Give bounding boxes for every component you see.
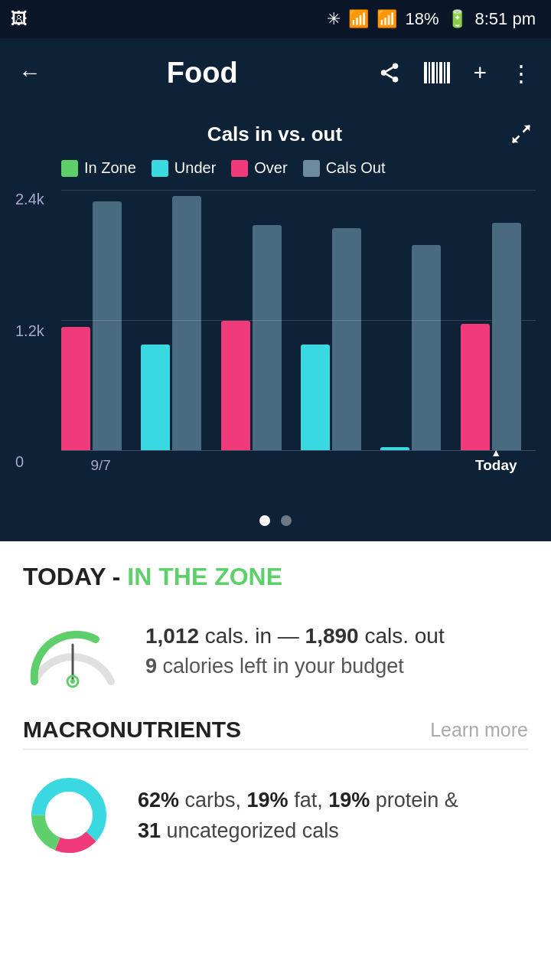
legend-over: Over <box>231 159 287 177</box>
bar-group-4 <box>301 228 376 450</box>
status-bar: 🖼 ✳ 📶 📶 18% 🔋 8:51 pm <box>0 0 551 38</box>
battery-level: 18% <box>405 9 439 29</box>
chart-title: Cals in vs. out <box>43 122 507 146</box>
carbs-pct: 62% <box>138 789 179 812</box>
bluetooth-icon: ✳ <box>327 9 341 29</box>
today-header: TODAY - IN THE ZONE <box>23 563 528 591</box>
bar-4-in <box>301 345 330 450</box>
protein-pct: 19% <box>328 789 370 812</box>
y-axis: 2.4k 1.2k 0 <box>15 191 44 474</box>
gauge-text: 1,012 cals. in — 1,890 cals. out 9 calor… <box>145 624 528 678</box>
x-axis: 9/7 ▲ Today <box>61 451 536 474</box>
today-status: IN THE ZONE <box>127 563 282 590</box>
legend-in-zone: In Zone <box>61 159 136 177</box>
more-button[interactable]: ⋮ <box>507 57 536 90</box>
header-icons: + ⋮ <box>375 57 536 90</box>
bar-group-1 <box>61 201 136 450</box>
wifi-icon: 📶 <box>348 9 369 29</box>
cals-in-text: 1,012 cals. in — 1,890 cals. out <box>145 624 528 648</box>
svg-point-20 <box>46 792 92 838</box>
in-zone-label: In Zone <box>84 159 136 177</box>
x-label-2 <box>140 457 219 474</box>
bar-3-in <box>221 321 250 450</box>
fat-pct: 19% <box>247 789 289 812</box>
chart-bars-area <box>61 191 536 451</box>
donut-chart <box>23 769 115 861</box>
barcode-button[interactable] <box>421 59 453 87</box>
cals-out-value: 1,890 <box>305 624 359 648</box>
under-label: Under <box>174 159 216 177</box>
cals-left-value: 9 <box>145 655 157 678</box>
macro-header-row: MACRONUTRIENTS Learn more <box>23 717 528 743</box>
expand-button[interactable] <box>507 119 536 149</box>
bar-5-out <box>412 245 441 450</box>
svg-point-2 <box>393 77 399 83</box>
bar-2-out <box>172 196 201 450</box>
cals-out-label: Cals Out <box>326 159 386 177</box>
x-label-3 <box>220 457 298 474</box>
budget-label: calories left in your budget <box>157 655 404 678</box>
bar-today-out <box>492 223 521 450</box>
gauge-wrapper <box>23 612 122 689</box>
x-label-1: 9/7 <box>61 457 140 474</box>
protein-label: protein & <box>370 789 458 812</box>
over-color <box>231 160 248 177</box>
today-label: Today <box>475 457 517 473</box>
y-label-bottom: 0 <box>15 453 44 471</box>
macro-title: MACRONUTRIENTS <box>23 717 241 743</box>
share-button[interactable] <box>375 58 404 87</box>
learn-more-button[interactable]: Learn more <box>430 719 528 741</box>
svg-rect-7 <box>432 62 435 83</box>
carbs-label: carbs, <box>179 789 247 812</box>
cals-out-color <box>303 160 320 177</box>
x-label-5 <box>377 457 456 474</box>
bar-group-5 <box>380 245 455 450</box>
svg-point-16 <box>70 679 75 684</box>
bar-1-out <box>93 201 122 450</box>
uncategorized-label: uncategorized cals <box>161 819 339 842</box>
legend-cals-out: Cals Out <box>303 159 386 177</box>
bar-5-in <box>380 447 409 450</box>
chart-section: Cals in vs. out In Zone Under Over Cals … <box>0 107 551 541</box>
macronutrients-section: MACRONUTRIENTS Learn more 62% carbs, 19%… <box>23 717 528 861</box>
x-label-today: ▲ Today <box>457 457 536 474</box>
bar-today-in <box>461 324 490 450</box>
add-button[interactable]: + <box>470 57 490 89</box>
cals-out-label: cals. out <box>359 624 445 648</box>
svg-point-1 <box>381 70 387 76</box>
back-button[interactable]: ← <box>15 57 44 89</box>
cals-budget-text: 9 calories left in your budget <box>145 655 528 678</box>
header: ← Food + ⋮ <box>0 38 551 107</box>
bar-1-in <box>61 327 90 450</box>
svg-rect-8 <box>436 62 438 83</box>
bar-4-out <box>332 228 361 450</box>
battery-icon: 🔋 <box>447 9 468 29</box>
chart-header: Cals in vs. out <box>15 119 536 149</box>
macro-divider <box>23 749 528 750</box>
donut-svg <box>23 769 115 861</box>
svg-rect-10 <box>444 62 445 83</box>
macro-text: 62% carbs, 19% fat, 19% protein & 31 unc… <box>138 785 458 847</box>
y-label-mid: 1.2k <box>15 322 44 340</box>
y-label-top: 2.4k <box>15 191 44 208</box>
bar-chart: 2.4k 1.2k 0 <box>15 191 536 505</box>
uncategorized-value: 31 <box>138 819 161 842</box>
svg-rect-5 <box>424 62 427 83</box>
under-color <box>152 160 168 177</box>
gauge-row: 1,012 cals. in — 1,890 cals. out 9 calor… <box>23 612 528 689</box>
dot-1[interactable] <box>259 515 270 526</box>
fat-label: fat, <box>289 789 329 812</box>
bar-group-2 <box>141 196 216 450</box>
status-icons: ✳ 📶 📶 18% 🔋 8:51 pm <box>327 9 536 29</box>
svg-line-3 <box>386 74 393 78</box>
grid-line-top <box>61 190 536 191</box>
over-label: Over <box>254 159 287 177</box>
dot-2[interactable] <box>281 515 292 526</box>
page-title: Food <box>44 57 360 90</box>
today-arrow: ▲ <box>491 446 501 459</box>
bar-2-in <box>141 345 170 450</box>
svg-rect-6 <box>429 62 430 83</box>
signal-icon: 📶 <box>377 9 397 29</box>
content-section: TODAY - IN THE ZONE 1,012 cals. in — 1,8… <box>0 541 551 883</box>
pagination-dots <box>15 515 536 526</box>
